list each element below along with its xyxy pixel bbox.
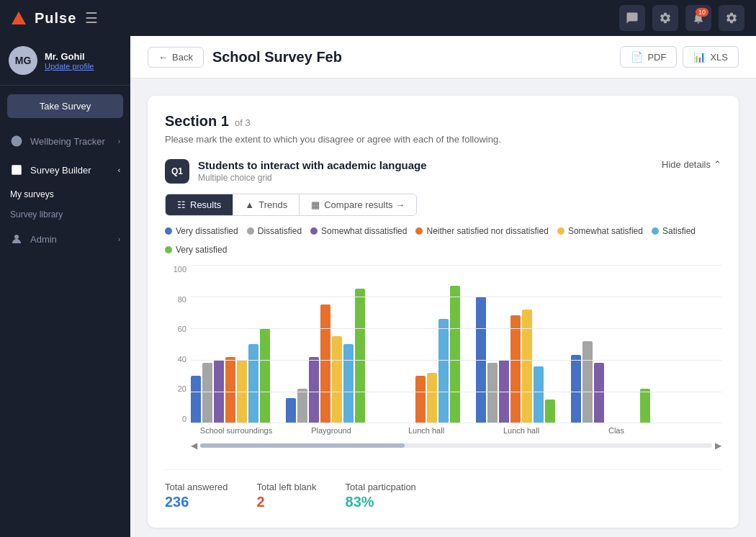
bar-4-6	[640, 389, 650, 423]
svg-point-2	[14, 235, 19, 239]
question-type: Multiple choice grid	[198, 173, 427, 183]
sidebar-nav: Wellbeing Tracker › Survey Builder ‹ My …	[0, 127, 130, 537]
xls-icon: 📊	[693, 51, 706, 63]
bar-2-6	[450, 286, 460, 423]
bar-2-4	[427, 373, 437, 423]
y-label-40: 40	[178, 355, 186, 364]
tab-compare[interactable]: ▦ Compare results →	[300, 194, 416, 215]
y-axis: 100 80 60 40 20 0	[165, 265, 191, 423]
sidebar-item-admin[interactable]: Admin ›	[0, 225, 130, 253]
bar-1-2	[309, 357, 319, 423]
bar-1-3	[320, 304, 330, 423]
sidebar-profile: MG Mr. Gohil Update profile	[0, 36, 130, 86]
tab-trends[interactable]: ▲ Trends	[233, 194, 300, 215]
sidebar: MG Mr. Gohil Update profile Take Survey …	[0, 36, 130, 537]
legend-dot-dissatisfied	[247, 227, 254, 235]
stats-row: Total answered236Total left blank2Total …	[165, 469, 721, 510]
topbar-left: Pulse ☰	[12, 9, 98, 27]
page-title: School Survey Feb	[212, 49, 342, 66]
question-header: Q1 Students to interact with academic la…	[165, 159, 721, 184]
y-label-100: 100	[174, 265, 186, 274]
sidebar-item-survey-builder[interactable]: Survey Builder ‹	[0, 155, 130, 184]
legend-dot-neither	[415, 227, 423, 235]
bar-group-3	[476, 297, 555, 423]
stat-label-total-answered: Total answered	[165, 482, 228, 492]
bar-group-0	[191, 328, 270, 423]
x-label-0: School surroundings	[191, 426, 282, 435]
bar-0-2	[214, 360, 224, 423]
take-survey-button[interactable]: Take Survey	[7, 94, 123, 118]
hide-details-label: Hide details	[662, 159, 711, 170]
chart-legend: Very dissatisfiedDissatisfiedSomewhat di…	[165, 226, 721, 255]
header-left: ← Back School Survey Feb	[148, 47, 342, 68]
sidebar-item-survey-builder-label: Survey Builder	[30, 165, 91, 176]
y-label-20: 20	[178, 384, 186, 393]
legend-item-satisfied: Satisfied	[652, 226, 696, 236]
bar-3-2	[499, 360, 509, 423]
scrollbar-thumb[interactable]	[200, 443, 405, 448]
scroll-right-icon[interactable]: ▶	[715, 441, 721, 451]
y-label-60: 60	[178, 325, 186, 333]
bar-group-2	[381, 286, 460, 423]
bar-1-0	[286, 398, 296, 423]
trends-icon: ▲	[245, 199, 254, 210]
hamburger-icon[interactable]: ☰	[85, 9, 98, 27]
bar-1-4	[332, 336, 342, 423]
settings-icon-btn[interactable]	[652, 5, 678, 31]
hide-details-button[interactable]: Hide details ⌃	[662, 159, 721, 170]
user-settings-icon-btn[interactable]	[719, 5, 744, 31]
x-label-1: Playground	[286, 426, 377, 435]
svg-point-0	[12, 136, 22, 147]
bar-3-1	[487, 363, 498, 423]
sidebar-item-my-surveys[interactable]: My surveys	[0, 184, 130, 204]
bar-group-4	[571, 341, 650, 423]
back-button-label: Back	[172, 52, 193, 63]
compare-icon: ▦	[311, 199, 320, 210]
profile-info: Mr. Gohil Update profile	[45, 51, 94, 71]
legend-dot-very-dissatisfied	[165, 227, 172, 235]
update-profile-link[interactable]: Update profile	[45, 62, 94, 71]
bar-3-6	[545, 400, 555, 423]
sidebar-item-survey-library[interactable]: Survey library	[0, 204, 130, 225]
topbar: Pulse ☰ 10	[0, 0, 756, 36]
question-title: Students to interact with academic langu…	[198, 159, 427, 171]
stat-label-total-left-blank: Total left blank	[256, 482, 316, 492]
stat-total-left-blank: Total left blank2	[256, 482, 316, 510]
y-label-0: 0	[182, 415, 186, 423]
bar-3-3	[510, 315, 521, 423]
bar-4-1	[582, 341, 593, 423]
sidebar-item-wellbeing[interactable]: Wellbeing Tracker ›	[0, 127, 130, 155]
bar-4-2	[594, 363, 604, 423]
x-label-3: Lunch hall	[476, 426, 567, 435]
tabs-container: ☷ Results ▲ Trends ▦ Compare results →	[165, 194, 417, 216]
notification-icon-btn[interactable]: 10	[685, 5, 711, 31]
x-label-2: Lunch hall	[381, 426, 472, 435]
message-icon-btn[interactable]	[619, 5, 645, 31]
tab-results[interactable]: ☷ Results	[166, 194, 233, 215]
notification-badge: 10	[696, 8, 708, 17]
scroll-left-icon[interactable]: ◀	[191, 441, 197, 451]
xls-button[interactable]: 📊 XLS	[683, 46, 739, 68]
tab-compare-label: Compare results →	[324, 199, 405, 210]
stat-total-participation: Total particpation83%	[346, 482, 416, 510]
legend-item-very-satisfied: Very satisfied	[165, 245, 227, 255]
scrollbar-track[interactable]	[200, 443, 712, 448]
back-button[interactable]: ← Back	[148, 47, 204, 68]
section-header: Section 1 of 3 Please mark the extent to…	[165, 113, 721, 145]
tab-results-label: Results	[190, 199, 221, 210]
bar-0-6	[260, 328, 270, 423]
legend-item-somewhat-satisfied: Somewhat satisfied	[557, 226, 643, 236]
bar-4-0	[571, 355, 581, 423]
y-label-80: 80	[178, 295, 186, 304]
legend-item-very-dissatisfied: Very dissatisfied	[165, 226, 238, 236]
results-icon: ☷	[177, 199, 186, 210]
sidebar-item-admin-label: Admin	[30, 234, 57, 245]
section-of-text: of 3	[235, 117, 251, 128]
pdf-label: PDF	[647, 52, 666, 63]
section-description: Please mark the extent to which you disa…	[165, 134, 721, 145]
chart-plot	[191, 265, 721, 423]
pdf-button[interactable]: 📄 PDF	[620, 46, 677, 68]
bar-2-3	[415, 376, 426, 423]
bar-0-4	[237, 360, 247, 423]
chevron-right-icon: ›	[118, 137, 120, 145]
